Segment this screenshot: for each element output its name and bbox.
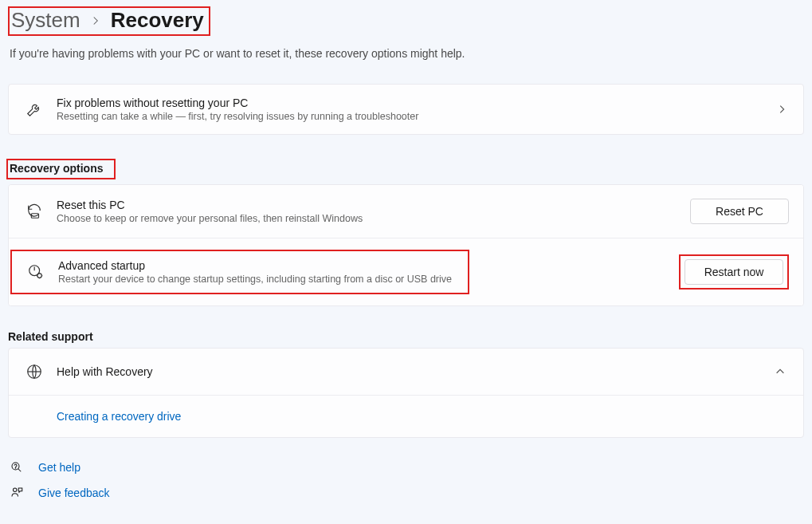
svg-point-5 [15,468,16,469]
advanced-startup-title: Advanced startup [58,259,452,272]
help-with-recovery-header[interactable]: Help with Recovery [9,349,803,396]
reset-pc-button[interactable]: Reset PC [690,199,789,224]
reset-subtitle: Choose to keep or remove your personal f… [57,213,690,224]
restart-now-button[interactable]: Restart now [685,259,783,285]
footer-links: Get help Give feedback [8,460,804,500]
related-support-card: Help with Recovery Creating a recovery d… [8,348,804,438]
recovery-options-group: Reset this PC Choose to keep or remove y… [8,184,804,306]
power-settings-icon [22,263,50,281]
breadcrumb: System Recovery [8,6,210,36]
give-feedback-label: Give feedback [38,487,110,499]
fix-problems-title: Fix problems without resetting your PC [57,97,775,109]
help-icon [10,460,24,475]
reset-icon [20,203,49,220]
fix-problems-card[interactable]: Fix problems without resetting your PC R… [8,84,804,135]
svg-point-6 [14,488,18,492]
svg-point-2 [37,274,42,278]
chevron-right-icon [775,104,789,115]
fix-problems-subtitle: Resetting can take a while — first, try … [57,111,775,122]
page-title: Recovery [111,8,204,33]
recovery-options-heading: Recovery options [6,159,116,179]
chevron-right-icon [92,16,100,26]
reset-title: Reset this PC [57,199,690,211]
advanced-startup-row: Advanced startup Restart your device to … [9,238,803,305]
creating-recovery-drive-link[interactable]: Creating a recovery drive [57,410,181,423]
reset-this-pc-row: Reset this PC Choose to keep or remove y… [9,185,803,238]
help-with-recovery-title: Help with Recovery [57,365,771,378]
globe-icon [20,363,49,380]
intro-text: If you're having problems with your PC o… [10,47,804,60]
feedback-icon [10,486,24,500]
advanced-startup-subtitle: Restart your device to change startup se… [58,274,452,285]
wrench-icon [20,100,49,118]
get-help-label: Get help [38,461,80,474]
get-help-link[interactable]: Get help [10,460,804,475]
chevron-up-icon [771,368,789,376]
related-support-heading: Related support [8,330,804,343]
give-feedback-link[interactable]: Give feedback [10,486,804,500]
breadcrumb-parent[interactable]: System [11,8,80,33]
